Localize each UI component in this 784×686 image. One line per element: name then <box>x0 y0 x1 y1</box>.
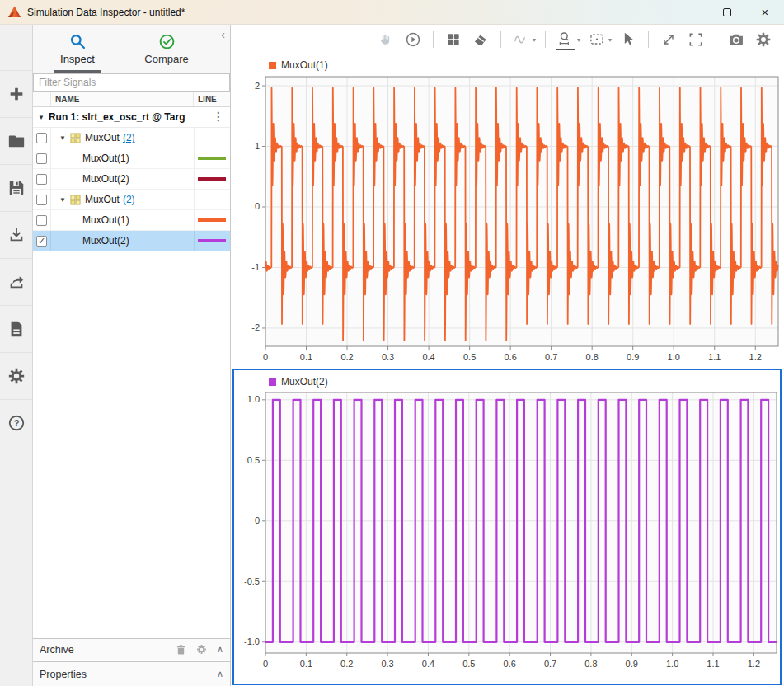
signal-list-empty-area <box>33 251 230 638</box>
signal-count-link[interactable]: (2) <box>123 132 135 143</box>
signal-label: MuxOut(2) <box>82 173 129 185</box>
minimize-icon <box>685 12 693 12</box>
properties-collapse-chevron-icon[interactable]: ∧ <box>217 669 223 679</box>
create-report-button[interactable] <box>0 305 32 352</box>
visualization-settings-button[interactable] <box>753 29 774 50</box>
line-color-swatch <box>198 218 226 222</box>
mux-group-icon <box>70 195 81 205</box>
gear-icon <box>7 367 26 385</box>
archive-collapse-chevron-icon[interactable]: ∧ <box>217 644 223 655</box>
signal-group-row[interactable]: ▼ MuxOut (2) <box>33 128 230 148</box>
svg-text:0.8: 0.8 <box>586 352 599 362</box>
chevron-down-icon: ▾ <box>608 36 612 44</box>
subplot-layout-button[interactable] <box>443 29 464 50</box>
settings-gear-icon <box>755 31 772 48</box>
help-icon: ? <box>7 414 26 432</box>
subplot-2-plot[interactable]: 00.10.20.30.40.50.60.70.80.91.01.11.2-1.… <box>234 370 780 684</box>
signal-group-row[interactable]: ▼ MuxOut (2) <box>33 190 230 210</box>
signal-checkbox[interactable] <box>36 133 47 143</box>
signal-checkbox[interactable] <box>36 215 47 226</box>
subplot-2-selected[interactable]: MuxOut(2) 00.10.20.30.40.50.60.70.80.91.… <box>232 369 782 685</box>
signal-count-link[interactable]: (2) <box>123 194 135 205</box>
svg-text:0.1: 0.1 <box>300 659 312 669</box>
archive-label: Archive <box>40 644 74 655</box>
replay-button[interactable] <box>402 29 424 50</box>
svg-text:0: 0 <box>255 515 260 525</box>
open-button[interactable] <box>0 117 32 164</box>
svg-text:0.4: 0.4 <box>422 659 434 669</box>
preferences-button[interactable] <box>0 352 32 399</box>
save-button[interactable] <box>0 164 32 211</box>
signal-checkbox[interactable] <box>36 174 47 185</box>
line-style-cell[interactable] <box>194 148 230 168</box>
signal-wave-icon <box>513 31 529 48</box>
snapshot-button[interactable] <box>725 29 747 50</box>
signal-label: MuxOut(1) <box>82 153 129 164</box>
signal-checkbox[interactable] <box>36 195 47 205</box>
group-label: MuxOut <box>85 194 120 205</box>
line-style-cell[interactable] <box>194 190 230 209</box>
line-style-cell[interactable] <box>194 169 230 189</box>
group-collapse-arrow-icon[interactable]: ▼ <box>59 196 66 204</box>
subplot-1[interactable]: MuxOut(1) 00.10.20.30.40.50.60.70.80.91.… <box>231 54 783 368</box>
tab-inspect[interactable]: Inspect <box>33 25 122 73</box>
maximize-button[interactable] <box>708 0 746 24</box>
svg-text:0.5: 0.5 <box>463 352 476 362</box>
properties-bar[interactable]: Properties ∧ <box>33 661 230 686</box>
svg-text:2: 2 <box>255 81 260 91</box>
minimize-button[interactable] <box>670 0 708 24</box>
archive-settings-gear-icon[interactable] <box>196 644 207 655</box>
legend-label: MuxOut(2) <box>281 376 328 388</box>
signal-row[interactable]: MuxOut(1) <box>33 210 230 231</box>
svg-text:0.7: 0.7 <box>545 352 557 362</box>
signal-row[interactable]: MuxOut(2) <box>33 169 230 190</box>
close-button[interactable]: × <box>746 0 784 24</box>
archive-bar[interactable]: Archive ∧ <box>33 638 230 660</box>
svg-text:-1.0: -1.0 <box>244 637 260 646</box>
collapse-panel-icon[interactable]: ‹ <box>221 28 225 41</box>
pointer-arrow-icon <box>620 31 636 48</box>
eraser-icon <box>472 31 489 48</box>
svg-text:0.7: 0.7 <box>544 659 556 669</box>
fullscreen-button[interactable] <box>685 29 707 50</box>
clear-subplots-button[interactable] <box>470 29 491 50</box>
pointer-button[interactable] <box>617 29 639 50</box>
subplot-1-plot[interactable]: 00.10.20.30.40.50.60.70.80.91.01.11.2-2-… <box>231 54 783 371</box>
signal-row[interactable]: MuxOut(1) <box>33 148 230 169</box>
expand-button[interactable] <box>658 29 679 50</box>
trash-icon[interactable] <box>176 644 186 655</box>
pan-button[interactable] <box>375 29 397 50</box>
folder-icon <box>7 132 26 150</box>
compare-check-icon <box>158 33 176 50</box>
run-collapse-arrow-icon[interactable]: ▼ <box>38 114 45 121</box>
signal-display-menu[interactable]: ▾ <box>510 29 536 50</box>
signal-row[interactable]: ✓ MuxOut(2) <box>33 231 230 251</box>
svg-text:0.2: 0.2 <box>340 659 353 669</box>
add-run-button[interactable] <box>0 70 32 117</box>
save-icon <box>7 179 26 197</box>
export-icon <box>7 273 26 291</box>
help-button[interactable]: ? <box>0 399 32 446</box>
expand-arrows-icon <box>660 31 677 48</box>
group-collapse-arrow-icon[interactable]: ▼ <box>59 134 66 142</box>
line-style-cell[interactable] <box>194 210 230 230</box>
zoom-in-time-menu[interactable]: ▾ <box>555 29 580 50</box>
properties-label: Properties <box>40 669 87 680</box>
filter-signals-input[interactable] <box>33 73 230 92</box>
signal-checkbox[interactable] <box>36 153 47 164</box>
svg-text:1.2: 1.2 <box>749 352 762 362</box>
import-button[interactable] <box>0 211 32 258</box>
svg-text:0.9: 0.9 <box>626 659 638 669</box>
signal-label: MuxOut(2) <box>82 235 129 247</box>
fit-to-view-menu[interactable]: ▾ <box>586 29 612 50</box>
tab-compare[interactable]: Compare <box>122 25 211 73</box>
signal-browser-panel: Inspect Compare ‹ NAME LINE ▼ Run 1: slr… <box>33 25 231 686</box>
export-button[interactable] <box>0 258 32 305</box>
signal-checkbox[interactable]: ✓ <box>36 236 47 247</box>
line-style-cell[interactable] <box>194 231 230 251</box>
line-style-cell[interactable] <box>194 128 230 148</box>
run-options-kebab-icon[interactable]: ⋮ <box>213 110 224 123</box>
subplot-2-legend: MuxOut(2) <box>269 376 328 388</box>
signal-table-header: NAME LINE <box>33 92 230 107</box>
run-row[interactable]: ▼ Run 1: slrt_ex_osc_rt @ Targ ⋮ <box>33 107 230 128</box>
